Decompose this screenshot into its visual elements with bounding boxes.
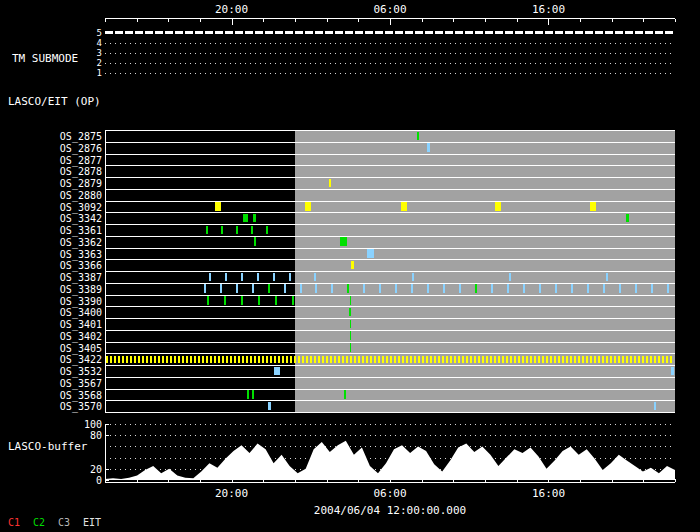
event-marker <box>363 284 365 293</box>
buffer-tick-label: 80 <box>70 430 102 441</box>
event-marker <box>273 273 275 282</box>
row-label-OS_3422: OS_3422 <box>28 354 102 365</box>
buffer-tick-label: 100 <box>70 419 102 430</box>
event-marker <box>254 237 256 246</box>
row-label-OS_3401: OS_3401 <box>28 319 102 330</box>
row-separator <box>105 306 675 307</box>
event-marker <box>252 284 254 293</box>
row-separator <box>105 224 675 225</box>
event-marker <box>651 284 653 293</box>
event-marker <box>417 132 419 141</box>
row-separator <box>105 177 675 178</box>
row-label-OS_3362: OS_3362 <box>28 237 102 248</box>
event-marker <box>329 179 331 188</box>
event-marker <box>247 390 249 399</box>
event-marker <box>253 214 256 223</box>
bottom-axis-tick-label: 06:00 <box>362 487 418 500</box>
top-axis-tick-label: 06:00 <box>362 3 418 16</box>
event-marker <box>258 296 260 305</box>
bottom-axis-tick-label: 20:00 <box>204 487 260 500</box>
event-marker <box>571 284 573 293</box>
event-marker <box>667 284 669 293</box>
event-marker <box>314 273 316 282</box>
tm-submode-level-label: 4 <box>92 38 102 48</box>
top-axis-minor-tick <box>295 19 296 22</box>
event-marker <box>349 308 351 317</box>
row-separator <box>105 330 675 331</box>
event-marker <box>221 226 223 235</box>
top-axis-tick-label: 20:00 <box>204 3 260 16</box>
event-marker <box>351 261 354 270</box>
row-label-OS_3363: OS_3363 <box>28 249 102 260</box>
event-marker <box>491 284 493 293</box>
event-marker <box>225 273 227 282</box>
row-separator <box>105 212 675 213</box>
event-marker <box>209 273 211 282</box>
event-marker <box>350 343 351 352</box>
event-marker <box>236 226 238 235</box>
event-marker <box>350 331 351 340</box>
dense-event-band <box>106 356 674 363</box>
tm-submode-level-label: 1 <box>92 68 102 78</box>
row-label-OS_3389: OS_3389 <box>28 284 102 295</box>
top-axis-minor-tick <box>422 19 423 22</box>
event-marker <box>300 284 302 293</box>
event-marker <box>603 284 605 293</box>
row-label-OS_3387: OS_3387 <box>28 272 102 283</box>
event-marker <box>654 402 656 411</box>
top-axis-minor-tick <box>580 19 581 22</box>
event-marker <box>257 273 259 282</box>
event-marker <box>241 296 243 305</box>
event-marker <box>555 284 557 293</box>
top-axis-minor-tick <box>327 19 328 22</box>
event-marker <box>367 249 374 258</box>
row-label-OS_3405: OS_3405 <box>28 343 102 354</box>
bottom-axis-line <box>105 482 675 483</box>
event-marker <box>284 284 286 293</box>
row-separator <box>105 377 675 378</box>
buffer-tick-label: 20 <box>70 464 102 475</box>
event-marker <box>266 226 268 235</box>
tm-submode-level-label: 3 <box>92 48 102 58</box>
event-marker <box>626 214 629 223</box>
row-separator <box>105 259 675 260</box>
lasco-buffer-label: LASCO-buffer <box>8 440 87 453</box>
event-marker <box>671 367 674 376</box>
tm-submode-level-label: 2 <box>92 58 102 68</box>
buffer-axis-tick <box>105 480 109 481</box>
event-marker <box>220 284 222 293</box>
row-separator <box>105 342 675 343</box>
row-separator <box>105 248 675 249</box>
tm-submode-gridline <box>105 53 675 54</box>
row-label-OS_3570: OS_3570 <box>28 401 102 412</box>
row-label-OS_3390: OS_3390 <box>28 296 102 307</box>
row-label-OS_2878: OS_2878 <box>28 166 102 177</box>
legend-item-c3: C3 <box>58 517 70 528</box>
top-axis-minor-tick <box>200 19 201 22</box>
row-separator <box>105 283 675 284</box>
event-marker <box>236 284 238 293</box>
legend-item-eit: EIT <box>83 517 101 528</box>
row-label-OS_3568: OS_3568 <box>28 390 102 401</box>
event-marker <box>292 296 294 305</box>
event-marker <box>241 273 243 282</box>
event-marker <box>443 284 445 293</box>
event-marker <box>495 202 501 211</box>
top-axis-major-tick <box>390 19 391 25</box>
event-marker <box>509 273 511 282</box>
tm-submode-level-label: 5 <box>92 28 102 38</box>
tm-submode-value-line <box>105 31 675 34</box>
row-separator <box>105 389 675 390</box>
tm-submode-gridline <box>105 43 675 44</box>
event-marker <box>350 320 351 329</box>
lasco-eit-label: LASCO/EIT (OP) <box>8 95 101 108</box>
event-marker <box>224 296 226 305</box>
event-marker <box>206 226 208 235</box>
row-label-OS_3092: OS_3092 <box>28 202 102 213</box>
row-label-OS_3400: OS_3400 <box>28 307 102 318</box>
lasco-eit-timeline-window: TM SUBMODE LASCO/EIT (OP) LASCO-buffer 2… <box>0 0 700 532</box>
event-marker <box>331 284 333 293</box>
row-label-OS_3567: OS_3567 <box>28 378 102 389</box>
event-marker <box>606 273 608 282</box>
row-label-OS_3361: OS_3361 <box>28 225 102 236</box>
